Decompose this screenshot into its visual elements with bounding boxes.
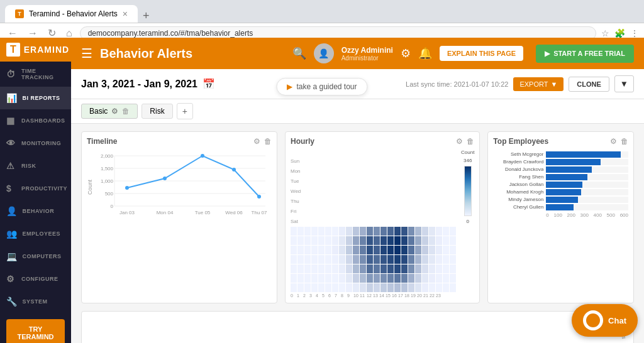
heatmap-cell xyxy=(325,264,331,273)
explain-page-button[interactable]: EXPLAIN THIS PAGE xyxy=(440,46,523,61)
heatmap-cell xyxy=(422,274,428,283)
top-emp-delete-icon[interactable]: 🗑 xyxy=(621,137,628,146)
sidebar-label-bi-reports: BI REPORTS xyxy=(23,95,60,101)
heatmap-cell xyxy=(436,264,442,273)
svg-text:0: 0 xyxy=(111,204,114,209)
heatmap-cell xyxy=(401,236,408,245)
start-trial-button[interactable]: ▶ START A FREE TRIAL xyxy=(536,45,634,63)
try-teramind-button[interactable]: TRY TERAMIND xyxy=(6,319,65,343)
search-icon[interactable]: 🔍 xyxy=(292,46,306,60)
heatmap-cell xyxy=(346,283,352,292)
sidebar-item-bi-reports[interactable]: 📊 BI REPORTS xyxy=(0,87,71,109)
sidebar-item-productivity[interactable]: $ PRODUCTIVITY xyxy=(0,177,71,200)
heatmap-cell xyxy=(332,255,338,264)
employee-name: Mindy Jameson xyxy=(493,197,543,202)
sidebar-item-time-tracking[interactable]: ⏱ TIMe tracking xyxy=(0,62,71,87)
export-chevron-icon: ▼ xyxy=(550,80,557,88)
sidebar-item-system[interactable]: 🔧 SYSTEM xyxy=(0,290,71,313)
tab-settings-icon[interactable]: ⚙ xyxy=(111,107,118,116)
sidebar-item-employees[interactable]: 👥 EMPLOYEES xyxy=(0,222,71,245)
heatmap-cell xyxy=(387,283,394,292)
export-button[interactable]: EXPORT ▼ xyxy=(513,77,564,91)
clone-button[interactable]: CLONE xyxy=(569,77,609,92)
top-emp-settings-icon[interactable]: ⚙ xyxy=(610,137,617,146)
risk-icon: ⚠ xyxy=(6,161,16,171)
tab-title: Teramind - Behavior Alerts xyxy=(29,9,118,18)
hourly-settings-icon[interactable]: ⚙ xyxy=(456,137,463,146)
employee-name: Seth Mcgregor xyxy=(493,151,543,157)
employee-bar xyxy=(546,174,587,180)
top-employees-chart: Seth McgregorBrayden CrawfordDonald Junc… xyxy=(493,150,628,219)
heatmap-cell xyxy=(291,274,297,283)
heatmap-cell xyxy=(360,274,366,283)
hamburger-icon[interactable]: ☰ xyxy=(81,46,92,61)
hourly-delete-icon[interactable]: 🗑 xyxy=(467,137,474,146)
time-tracking-icon: ⏱ xyxy=(6,69,16,79)
bookmark-icon[interactable]: ☆ xyxy=(601,28,609,38)
heatmap-cell xyxy=(429,255,435,264)
tab-delete-icon[interactable]: 🗑 xyxy=(122,107,130,116)
system-icon: 🔧 xyxy=(6,297,18,307)
heatmap-cell xyxy=(304,283,311,292)
sidebar-item-risk[interactable]: ⚠ RISK xyxy=(0,155,71,177)
guided-tour-tooltip[interactable]: ▶ take a guided tour xyxy=(276,78,367,95)
trial-icon: ▶ xyxy=(545,50,550,58)
heatmap-cell xyxy=(332,236,338,245)
menu-icon[interactable]: ⋮ xyxy=(630,28,639,38)
heatmap-cell xyxy=(332,246,338,254)
heatmap-cell xyxy=(346,274,352,283)
sidebar-item-computers[interactable]: 💻 COMPUTERS xyxy=(0,245,71,268)
sidebar-item-dashboards[interactable]: ▦ DASHBOARDS xyxy=(0,109,71,132)
notifications-icon[interactable]: 🔔 xyxy=(418,46,432,60)
heatmap-cell xyxy=(415,264,421,273)
filter-button[interactable]: ▼ xyxy=(614,75,634,92)
heatmap-cell xyxy=(346,264,352,273)
employee-bar xyxy=(546,166,592,173)
heatmap-cell xyxy=(380,274,387,283)
new-tab-button[interactable]: + xyxy=(143,9,150,23)
heatmap-cell xyxy=(408,255,414,264)
productivity-icon: $ xyxy=(6,183,16,193)
svg-text:Tue 05: Tue 05 xyxy=(195,210,211,215)
employee-bar-container xyxy=(546,189,628,195)
sidebar-item-monitoring[interactable]: 👁 MONITORING xyxy=(0,132,71,155)
sidebar-item-configure[interactable]: ⚙ CONFIGURE xyxy=(0,268,71,290)
calendar-icon[interactable]: 📅 xyxy=(203,78,215,90)
heatmap-cell xyxy=(374,227,380,236)
tab-close-icon[interactable]: × xyxy=(123,9,128,19)
tab-risk[interactable]: Risk xyxy=(142,104,172,119)
heatmap-cell xyxy=(367,246,373,254)
heatmap-cell xyxy=(394,274,401,283)
tabs-bar: Basic ⚙ 🗑 Risk + xyxy=(71,99,644,124)
heatmap-cell xyxy=(353,246,359,254)
heatmap-cell xyxy=(325,274,331,283)
heatmap-cell xyxy=(332,283,338,292)
active-tab[interactable]: T Teramind - Behavior Alerts × xyxy=(5,5,138,23)
heatmap-cell xyxy=(339,236,345,245)
avatar: 👤 xyxy=(314,43,334,63)
timeline-settings-icon[interactable]: ⚙ xyxy=(253,137,260,146)
extension-icon[interactable]: 🧩 xyxy=(614,28,625,38)
sidebar-label-system: SYSTEM xyxy=(23,298,48,305)
heatmap-cell xyxy=(318,274,325,283)
settings-icon[interactable]: ⚙ xyxy=(401,46,411,60)
page-header: ☰ Behavior Alerts 🔍 👤 Ozzy Adminini Admi… xyxy=(71,38,644,69)
heatmap-cell xyxy=(374,274,380,283)
trial-label: START A FREE TRIAL xyxy=(553,50,625,57)
bi-reports-icon: 📊 xyxy=(6,93,18,103)
timeline-title: Timeline xyxy=(87,137,117,146)
heatmap-cell xyxy=(291,246,297,254)
svg-text:2,000: 2,000 xyxy=(101,153,114,159)
sidebar-item-behavior[interactable]: 👤 BEHAVIOR xyxy=(0,200,71,222)
svg-text:Thu 07: Thu 07 xyxy=(252,210,267,215)
heatmap-cell xyxy=(401,274,408,283)
add-tab-button[interactable]: + xyxy=(177,103,193,119)
tab-basic[interactable]: Basic ⚙ 🗑 xyxy=(81,104,138,119)
sidebar-label-risk: RISK xyxy=(21,163,36,169)
heatmap-cell xyxy=(450,227,456,236)
computers-icon: 💻 xyxy=(6,251,18,261)
heatmap-cell xyxy=(318,227,325,236)
timeline-delete-icon[interactable]: 🗑 xyxy=(264,137,272,146)
heatmap-cell xyxy=(325,227,331,236)
chat-button[interactable]: Chat xyxy=(572,304,638,337)
